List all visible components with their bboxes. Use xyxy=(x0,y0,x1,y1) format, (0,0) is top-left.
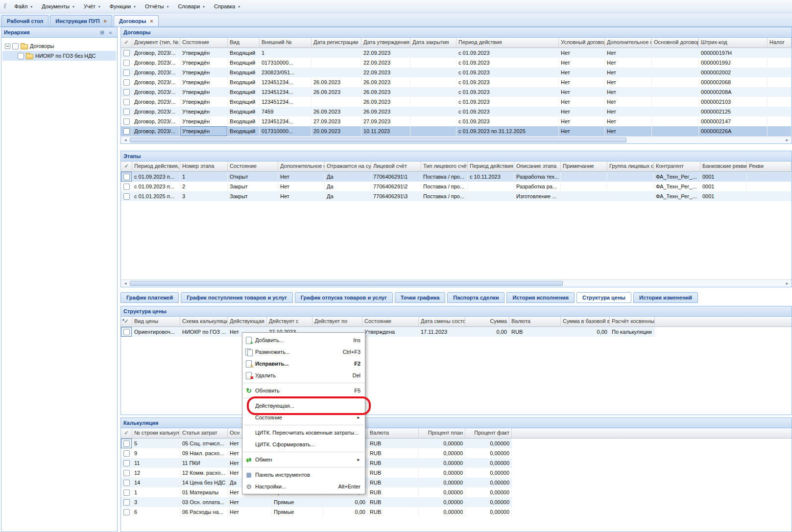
tab-execution-history[interactable]: История исполнения xyxy=(506,292,575,303)
row-select-cell[interactable] xyxy=(121,172,132,182)
tab-price-structure[interactable]: Структура цены xyxy=(576,292,631,303)
column-header[interactable]: Дата регистрации xyxy=(312,38,361,48)
context-menu-item-delete[interactable]: Удалить Del xyxy=(242,370,365,381)
context-menu-item-settings[interactable]: Настройки... Alt+Enter xyxy=(242,481,365,492)
column-header[interactable]: Дополнительное с xyxy=(278,162,325,172)
column-header[interactable]: Действует с xyxy=(267,317,312,327)
close-icon[interactable]: × xyxy=(150,19,153,23)
column-header[interactable]: Расчёт косвенных xyxy=(610,317,655,327)
row-select-cell[interactable] xyxy=(121,77,132,87)
context-menu-item-citk-form[interactable]: ЦИТК. Сформировать... xyxy=(242,439,365,450)
row-checkbox[interactable] xyxy=(123,480,130,486)
context-menu-item-active-price[interactable]: Действующая... xyxy=(242,400,365,412)
menubar-item-help[interactable]: Справка▼ xyxy=(210,1,245,12)
checkbox[interactable] xyxy=(12,43,19,49)
table-row[interactable]: Ориентировоч...НИОКР по ГОЗ ...Нет27.10.… xyxy=(121,327,655,337)
table-row[interactable]: Договор, 2023/...УтверждёнВходящий123451… xyxy=(121,77,792,87)
column-header[interactable]: ✓ xyxy=(121,162,132,172)
column-header[interactable]: Документ (тип, № xyxy=(132,38,180,48)
table-row[interactable]: с 01.09.2023 п...1ОткрытНетДа7706406291\… xyxy=(121,172,792,182)
checkbox[interactable] xyxy=(18,53,24,59)
row-select-cell[interactable] xyxy=(121,507,132,517)
menubar-item-reports[interactable]: Отчёты▼ xyxy=(141,1,173,12)
row-select-cell[interactable] xyxy=(121,468,132,478)
table-row[interactable]: Договор, 2023/...УтверждёнВходящий123451… xyxy=(121,87,792,97)
row-checkbox[interactable] xyxy=(123,79,130,86)
column-header[interactable]: Дополнительное с xyxy=(605,38,652,48)
tab-desktop[interactable]: Рабочий стол xyxy=(1,15,48,26)
scroll-left-icon[interactable]: ◄ xyxy=(121,137,129,143)
tab-payment-schedule[interactable]: График платежей xyxy=(120,292,179,303)
scrollbar-thumb[interactable] xyxy=(130,138,626,142)
column-header[interactable]: Банковские реквиз xyxy=(700,162,747,172)
tab-instructions-pup[interactable]: Инструкции ПУП× xyxy=(50,15,112,26)
table-row[interactable]: Договор, 2023/...УтверждёнВходящий017310… xyxy=(121,58,792,68)
column-header[interactable]: ✓ xyxy=(121,38,132,48)
scroll-right-icon[interactable]: ► xyxy=(783,280,791,287)
column-header[interactable]: Штрих-код xyxy=(699,38,768,48)
row-checkbox[interactable] xyxy=(123,450,130,457)
row-checkbox[interactable] xyxy=(123,460,130,466)
row-checkbox[interactable] xyxy=(123,509,130,515)
column-header[interactable]: Состояние xyxy=(180,38,228,48)
row-select-cell[interactable] xyxy=(121,68,132,77)
row-checkbox[interactable] xyxy=(123,109,130,115)
tab-goods-issue-schedule[interactable]: График отпуска товаров и услуг xyxy=(295,292,393,303)
table-row[interactable]: с 01.01.2025 п...3ЗакрытНетДа7706406291\… xyxy=(121,191,792,201)
tab-goods-receipt-schedule[interactable]: График поступления товаров и услуг xyxy=(181,292,292,303)
context-menu-item-refresh[interactable]: Обновить F5 xyxy=(242,385,365,396)
scroll-right-icon[interactable]: ► xyxy=(783,137,791,143)
table-row[interactable]: Договор, 2023/...УтверждёнВходящий123451… xyxy=(121,97,792,107)
row-select-cell[interactable] xyxy=(121,107,132,116)
column-header[interactable]: Лицевой счёт xyxy=(371,162,421,172)
row-checkbox[interactable] xyxy=(123,499,130,506)
row-checkbox[interactable] xyxy=(123,60,130,66)
row-checkbox[interactable] xyxy=(123,184,130,190)
row-checkbox[interactable] xyxy=(123,470,130,476)
column-header[interactable]: Состояние xyxy=(228,162,278,172)
column-header[interactable]: Сумма xyxy=(465,317,509,327)
column-header[interactable]: Вид цены xyxy=(132,317,180,327)
column-header[interactable]: Сумма в базовой в xyxy=(561,317,610,327)
row-select-cell[interactable] xyxy=(121,97,132,107)
table-row[interactable]: Договор, 2023/...УтверждёнВходящий122.09… xyxy=(121,48,792,58)
row-checkbox[interactable] xyxy=(123,489,130,496)
row-select-cell[interactable] xyxy=(121,182,132,191)
column-header[interactable]: Номер этапа xyxy=(180,162,228,172)
close-icon[interactable]: × xyxy=(104,19,107,23)
row-checkbox[interactable] xyxy=(123,118,130,125)
column-header[interactable]: Действует по xyxy=(312,317,362,327)
column-header[interactable]: Период действия xyxy=(456,38,559,48)
column-header[interactable]: Период действия л xyxy=(468,162,514,172)
row-select-cell[interactable] xyxy=(121,458,132,468)
row-select-cell[interactable] xyxy=(121,448,132,458)
row-checkbox[interactable] xyxy=(123,69,130,76)
table-row[interactable]: Договор, 2023/...УтверждёнВходящий123451… xyxy=(121,116,792,126)
context-menu-item-edit[interactable]: Исправить... F2 xyxy=(242,358,365,370)
tree-node-contracts[interactable]: Договоры xyxy=(2,41,116,51)
column-header[interactable]: Валюта xyxy=(509,317,561,327)
column-header[interactable]: Процент план xyxy=(419,428,465,439)
column-header[interactable]: Состояние xyxy=(362,317,419,327)
row-select-cell[interactable] xyxy=(121,116,132,126)
row-select-cell[interactable] xyxy=(121,126,132,136)
scroll-left-icon[interactable]: ◄ xyxy=(121,280,129,287)
column-header[interactable]: ✓ xyxy=(121,428,132,439)
menubar-item-functions[interactable]: Функции▼ xyxy=(105,1,141,12)
horizontal-scrollbar[interactable]: ◄ ► xyxy=(121,279,792,287)
row-select-cell[interactable] xyxy=(121,191,132,201)
column-header[interactable]: Дата утверждения xyxy=(361,38,410,48)
tab-schedule-points[interactable]: Точки графика xyxy=(395,292,446,303)
column-header[interactable]: Валюта xyxy=(368,428,419,439)
row-select-cell[interactable] xyxy=(121,487,132,497)
context-menu-item-duplicate[interactable]: Размножить... Ctrl+F3 xyxy=(242,346,365,358)
menubar-item-dictionaries[interactable]: Словари▼ xyxy=(173,1,210,12)
menubar-item-file[interactable]: Файл▼ xyxy=(10,1,37,12)
scrollbar-thumb[interactable] xyxy=(130,281,563,286)
column-header[interactable]: № строки калькул xyxy=(132,428,180,439)
row-checkbox[interactable] xyxy=(123,174,130,180)
table-row[interactable]: с 01.09.2023 п...2ЗакрытНетДа7706406291\… xyxy=(121,182,792,191)
context-menu-item-exchange[interactable]: Обмен ► xyxy=(242,454,365,465)
column-header[interactable]: Контрагент xyxy=(654,162,700,172)
column-header[interactable]: Период действия, xyxy=(132,162,180,172)
